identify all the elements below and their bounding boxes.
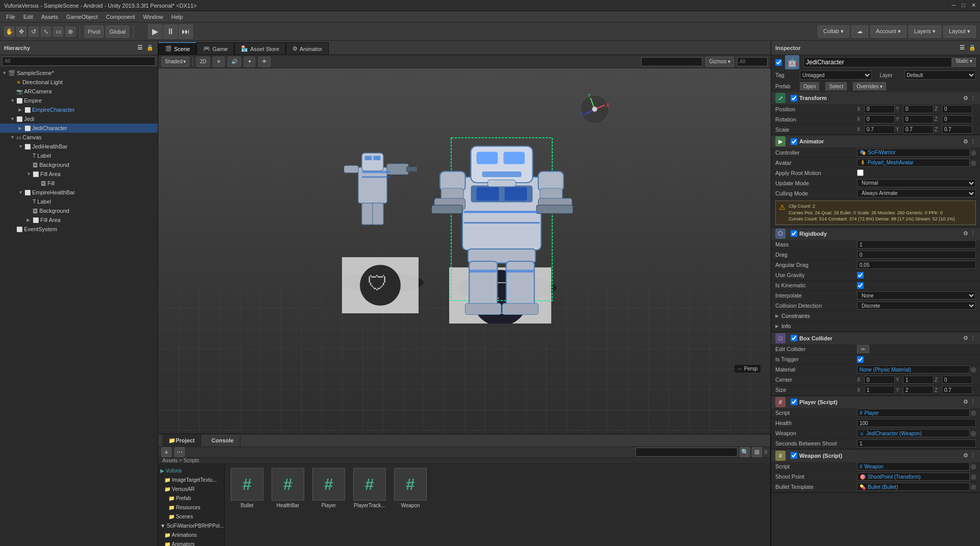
inspector-lock-btn[interactable]: 🔒	[969, 44, 976, 51]
size-y[interactable]	[903, 386, 934, 394]
tab-asset-store[interactable]: 🏪 Asset Store	[234, 42, 286, 55]
static-btn[interactable]: Static ▾	[952, 58, 976, 67]
prefab-select-btn[interactable]: Select	[825, 82, 847, 90]
avatar-field[interactable]: 🧍 Polyart_MeshAvatar	[857, 159, 970, 167]
seconds-between-shoot-field[interactable]	[857, 439, 976, 448]
center-y[interactable]	[903, 376, 934, 384]
layers-btn[interactable]: Layers ▾	[909, 26, 941, 38]
hier-arcamera[interactable]: 📷 ARCamera	[0, 87, 158, 96]
animator-settings-icon[interactable]: ⚙	[963, 138, 968, 145]
hier-fill[interactable]: 🖼 Fill	[0, 179, 158, 188]
hier-label-2[interactable]: T Label	[0, 197, 158, 206]
box-collider-active[interactable]	[791, 335, 797, 341]
weapon-script-settings-icon[interactable]: ⚙	[963, 452, 968, 459]
player-script-header[interactable]: # Player (Script) ⚙ ⋮	[771, 396, 980, 408]
size-x[interactable]	[864, 386, 895, 394]
avatar-target-icon[interactable]: ◎	[971, 159, 976, 166]
hier-jedi[interactable]: ▼ ⬜ Jedi	[0, 114, 158, 123]
prefab-overrides-btn[interactable]: Overrides ▾	[853, 82, 886, 90]
hier-jedihealthbar[interactable]: ▼ ⬜ JediHealthBar	[0, 142, 158, 151]
layout-btn[interactable]: Layout ▾	[943, 26, 976, 38]
hier-jedicharacter[interactable]: ▶ ⬜ JediCharacter	[0, 123, 158, 133]
constraints-row[interactable]: ▶ Constraints	[771, 311, 980, 321]
pause-btn[interactable]: ⏸	[163, 24, 178, 39]
tree-animators[interactable]: 📁 Animators	[158, 539, 224, 546]
object-name-field[interactable]	[803, 57, 952, 67]
tab-animator[interactable]: ⚙ Animator	[286, 42, 329, 55]
position-y[interactable]	[903, 105, 934, 113]
tree-scifiwarrior[interactable]: ▼ SciFiWarriorPBRHPPol...	[158, 521, 224, 530]
effects-toggle[interactable]: ✦	[244, 57, 255, 67]
wscript-field[interactable]: # Weapon	[857, 462, 970, 470]
project-search-input[interactable]	[635, 448, 738, 457]
wscript-target-icon[interactable]: ◎	[971, 463, 976, 470]
hand-tool-btn[interactable]: ✋	[4, 27, 14, 37]
hier-fillarea-2[interactable]: ▶ ⬜ Fill Area	[0, 215, 158, 225]
animator-header[interactable]: ▶ Animator ⚙ ⋮	[771, 135, 980, 147]
position-z[interactable]	[942, 105, 972, 113]
apply-root-motion-checkbox[interactable]	[857, 169, 864, 176]
menu-component[interactable]: Component	[102, 13, 139, 21]
hier-empire[interactable]: ▼ ⬜ Empire	[0, 96, 158, 105]
scene-search-input[interactable]	[641, 57, 702, 66]
scene-filter-input[interactable]	[737, 57, 768, 66]
asset-player[interactable]: # Player	[310, 468, 347, 508]
tab-console[interactable]: Console	[205, 434, 240, 446]
hierarchy-menu-btn[interactable]: ☰	[137, 44, 142, 51]
collab-btn[interactable]: Collab ▾	[818, 26, 849, 38]
audio-toggle[interactable]: 🔊	[228, 57, 241, 67]
player-script-menu-icon[interactable]: ⋮	[970, 399, 976, 405]
prefab-open-btn[interactable]: Open	[800, 82, 819, 90]
rotation-y[interactable]	[903, 115, 934, 123]
layer-dropdown[interactable]: Default	[904, 70, 976, 80]
hier-directional-light[interactable]: ☀ Directional Light	[0, 78, 158, 87]
project-options-btn[interactable]: ⋯	[175, 447, 185, 457]
shoot-point-target-icon[interactable]: ◎	[971, 473, 976, 480]
player-script-active[interactable]	[791, 399, 797, 405]
weapon-script-active[interactable]	[791, 452, 797, 459]
hier-background-2[interactable]: 🖼 Background	[0, 206, 158, 215]
transform-menu-icon[interactable]: ⋮	[970, 95, 976, 102]
controller-field[interactable]: 🎭 SciFiWarrior	[857, 148, 970, 157]
rigidbody-active[interactable]	[791, 230, 797, 237]
tree-versasar[interactable]: 📁 VersusAR	[158, 484, 224, 493]
hier-fillarea-1[interactable]: ▼ ⬜ Fill Area	[0, 169, 158, 179]
inspector-menu-btn[interactable]: ☰	[960, 44, 965, 51]
asset-healthbar[interactable]: # HealthBar	[270, 468, 306, 508]
object-active-checkbox[interactable]	[775, 59, 782, 66]
tab-game[interactable]: 🎮 Game	[197, 42, 234, 55]
center-x[interactable]	[864, 376, 895, 384]
2d-btn[interactable]: 2D	[196, 57, 210, 67]
scene-view[interactable]: 🛡 ★	[158, 68, 771, 434]
move-tool-btn[interactable]: ✥	[16, 27, 27, 37]
menu-window[interactable]: Window	[139, 13, 167, 21]
drag-field[interactable]	[857, 251, 976, 259]
bullet-template-field[interactable]: 💊 Bullet (Bullet)	[857, 483, 970, 491]
cloud-btn[interactable]: ☁	[851, 26, 868, 38]
rotation-x[interactable]	[864, 115, 895, 123]
minimize-btn[interactable]: ─	[952, 2, 956, 9]
project-search-btn[interactable]: 🔍	[740, 447, 750, 457]
size-z[interactable]	[942, 386, 972, 394]
bullet-template-target-icon[interactable]: ◎	[971, 483, 976, 490]
hier-canvas[interactable]: ▼ ▭ Canvas	[0, 133, 158, 142]
weapon-script-header[interactable]: # Weapon (Script) ⚙ ⋮	[771, 450, 980, 462]
info-row[interactable]: ▶ Info	[771, 321, 980, 332]
transform-settings-icon[interactable]: ⚙	[963, 95, 968, 102]
tree-imagetargettextu[interactable]: 📁 ImageTargetTextu...	[158, 475, 224, 484]
box-collider-header[interactable]: □ Box Collider ⚙ ⋮	[771, 332, 980, 344]
account-btn[interactable]: Account ▾	[870, 26, 906, 38]
position-x[interactable]	[864, 105, 895, 113]
material-field[interactable]: None (Physic Material)	[857, 365, 970, 374]
pivot-btn[interactable]: Pivot	[84, 26, 104, 38]
shading-dropdown[interactable]: Shaded ▾	[161, 57, 189, 67]
project-view-btn[interactable]: ⊞	[752, 447, 762, 457]
tab-scene[interactable]: 🎬 Scene	[158, 42, 197, 55]
tree-scenes[interactable]: 📁 Scenes	[158, 512, 224, 521]
scale-x[interactable]	[864, 126, 895, 134]
tag-dropdown[interactable]: Untagged	[800, 70, 872, 80]
tree-prefab[interactable]: 📁 Prefab	[158, 493, 224, 503]
hier-eventsystem[interactable]: ⬜ EventSystem	[0, 225, 158, 234]
weapon-script-menu-icon[interactable]: ⋮	[970, 452, 976, 459]
hierarchy-lock-btn[interactable]: 🔒	[146, 44, 154, 51]
